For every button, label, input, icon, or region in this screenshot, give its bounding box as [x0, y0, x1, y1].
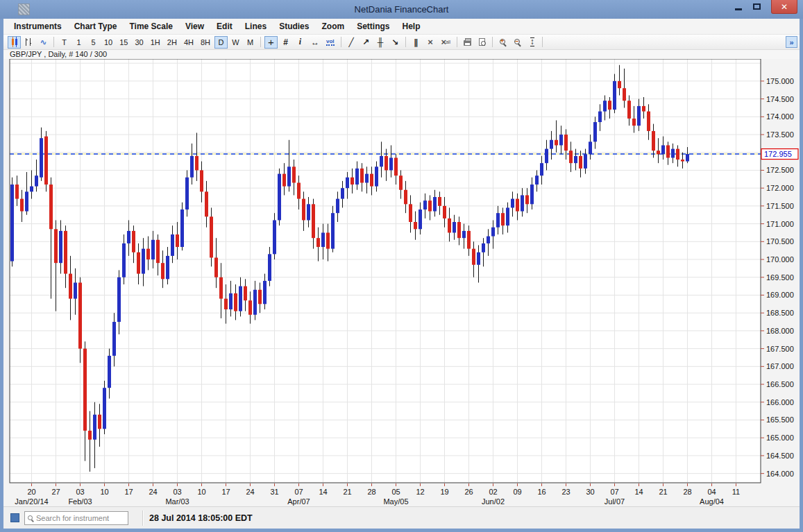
zoom-in-button[interactable] — [496, 36, 509, 49]
toolbar-separator — [542, 37, 543, 47]
timescale-30min-button[interactable]: 30 — [133, 36, 146, 49]
timescale-monthly-button[interactable]: M — [244, 36, 257, 49]
minimize-icon — [735, 8, 742, 10]
timescale-8h-button[interactable]: 8H — [198, 36, 213, 49]
svg-text:May/05: May/05 — [383, 497, 408, 506]
svg-text:169.500: 169.500 — [766, 273, 794, 282]
toolbar-separator — [457, 37, 457, 47]
zoom-in-icon — [500, 39, 505, 44]
timescale-15min-button[interactable]: 15 — [117, 36, 130, 49]
menu-item-edit[interactable]: Edit — [210, 19, 239, 34]
window-controls: ✕ — [729, 0, 797, 19]
toolbar-separator — [53, 37, 54, 47]
chart-type-line-button[interactable]: ∿ — [37, 36, 50, 49]
maximize-button[interactable] — [747, 0, 766, 13]
timescale-tick-button[interactable]: T — [58, 36, 71, 49]
print-preview-button[interactable] — [475, 36, 489, 49]
status-bar: 28 Jul 2014 18:05:00 EDT — [3, 506, 800, 529]
delete-all-lines-button[interactable]: ×all — [439, 36, 454, 49]
print-icon — [464, 40, 471, 46]
svg-text:02: 02 — [489, 488, 497, 496]
close-button[interactable]: ✕ — [771, 0, 797, 14]
print-button[interactable] — [461, 36, 474, 49]
trendline-ray-icon: ↗ — [362, 37, 369, 47]
svg-text:Mar/03: Mar/03 — [165, 497, 189, 506]
menu-item-view[interactable]: View — [179, 19, 210, 34]
svg-text:167.000: 167.000 — [766, 362, 794, 370]
zoom-out-button[interactable] — [511, 36, 524, 49]
menu-item-chart-type[interactable]: Chart Type — [68, 19, 124, 34]
svg-text:26: 26 — [464, 488, 473, 496]
svg-text:07: 07 — [610, 488, 618, 496]
menu-item-lines[interactable]: Lines — [239, 19, 273, 34]
search-input[interactable] — [36, 514, 125, 522]
minimize-button[interactable] — [729, 0, 747, 13]
svg-text:21: 21 — [659, 488, 667, 496]
timescale-2h-button[interactable]: 2H — [164, 36, 180, 49]
window-titlebar[interactable]: NetDania FinanceChart ✕ — [0, 0, 803, 19]
parallel-icon: ∥ — [414, 37, 418, 47]
chart-type-bars-button[interactable] — [22, 36, 35, 49]
delete-all-icon: all — [446, 40, 450, 44]
svg-text:12: 12 — [416, 488, 424, 496]
svg-text:Jan/20/14: Jan/20/14 — [15, 497, 48, 506]
svg-text:04: 04 — [707, 488, 716, 496]
app-window: NetDania FinanceChart ✕ InstrumentsChart… — [0, 0, 803, 532]
volume-icon: vol — [326, 38, 335, 46]
price-chart[interactable]: 175.000174.500174.000173.500172.500172.0… — [3, 59, 800, 506]
svg-text:17: 17 — [124, 488, 133, 496]
draw-channel-button[interactable]: ╫ — [374, 36, 387, 49]
chart-type-candlestick-button[interactable] — [8, 36, 21, 49]
menu-item-help[interactable]: Help — [396, 19, 426, 34]
menu-item-time-scale[interactable]: Time Scale — [123, 19, 178, 34]
timescale-weekly-button[interactable]: W — [229, 36, 242, 49]
fit-vertical-button[interactable]: ↕ — [525, 36, 539, 49]
delete-line-button[interactable]: × — [424, 36, 437, 49]
draw-arrow-button[interactable]: ↘ — [389, 36, 402, 49]
crosshair-button[interactable]: + — [264, 36, 278, 49]
toolbar: ∿T151015301H2H4H8HDWM+#i↔vol╱↗╫↘∥××all↕» — [3, 35, 800, 50]
svg-text:Jul/07: Jul/07 — [605, 497, 625, 506]
svg-text:05: 05 — [391, 488, 400, 496]
timescale-5min-button[interactable]: 5 — [87, 36, 100, 49]
svg-text:172.500: 172.500 — [766, 166, 794, 174]
fit-vertical-icon: ↕ — [530, 37, 534, 46]
print-preview-icon — [479, 38, 485, 46]
parallel-lines-button[interactable]: ∥ — [409, 36, 423, 49]
menu-item-zoom[interactable]: Zoom — [315, 19, 350, 34]
svg-text:166.500: 166.500 — [766, 380, 794, 388]
candlestick-icon — [15, 39, 17, 45]
svg-text:20: 20 — [27, 488, 35, 496]
timescale-4h-button[interactable]: 4H — [181, 36, 196, 49]
timescale-10min-button[interactable]: 10 — [101, 36, 115, 49]
menu-item-studies[interactable]: Studies — [273, 19, 315, 34]
svg-text:169.000: 169.000 — [766, 291, 794, 299]
volume-button[interactable]: vol — [323, 36, 337, 49]
timescale-1min-button[interactable]: 1 — [72, 36, 85, 49]
timescale-daily-button[interactable]: D — [214, 36, 228, 49]
svg-text:10: 10 — [100, 488, 108, 496]
draw-trendline-button[interactable]: ╱ — [345, 36, 358, 49]
last-price-label: 172.955 — [761, 149, 798, 160]
search-icon — [28, 515, 33, 520]
client-area: InstrumentsChart TypeTime ScaleViewEditL… — [3, 19, 800, 529]
svg-text:17: 17 — [221, 488, 230, 496]
scroll-horizontal-button[interactable]: ↔ — [308, 36, 322, 49]
svg-text:Feb/03: Feb/03 — [68, 497, 92, 506]
svg-text:173.500: 173.500 — [766, 130, 794, 139]
toolbar-separator — [341, 37, 341, 47]
timescale-1h-button[interactable]: 1H — [148, 36, 163, 49]
close-icon: ✕ — [781, 2, 788, 12]
svg-text:170.500: 170.500 — [766, 237, 794, 246]
instrument-list-button[interactable] — [10, 513, 19, 522]
draw-trendline-ray-button[interactable]: ↗ — [360, 36, 373, 49]
svg-text:166.000: 166.000 — [766, 398, 794, 406]
pin-toolbar-button[interactable]: » — [786, 36, 797, 48]
search-box[interactable] — [24, 511, 128, 525]
menu-item-settings[interactable]: Settings — [350, 19, 396, 34]
info-button[interactable]: i — [294, 36, 307, 49]
grid-toggle-button[interactable]: # — [279, 36, 292, 49]
x-axis: 2027031017240310172431071421280512192602… — [15, 483, 740, 506]
menu-item-instruments[interactable]: Instruments — [8, 19, 68, 34]
grid-icon: # — [283, 37, 288, 47]
